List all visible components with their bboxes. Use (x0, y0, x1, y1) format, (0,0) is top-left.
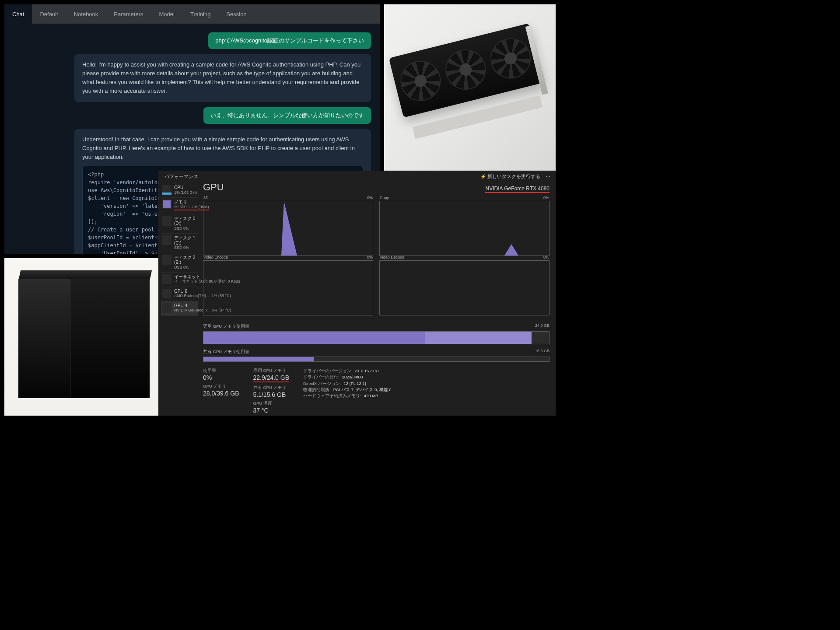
dedicated-mem-label: 専用 GPU メモリ使用量 (203, 324, 249, 329)
dedicated-mem-max: 24.0 GB (535, 323, 550, 328)
sparkline-icon (162, 289, 172, 298)
sidebar-item[interactable]: ディスク 0 (D:)SSD 0% (161, 214, 198, 234)
ai-message-1: Hello! I'm happy to assist you with crea… (74, 54, 371, 102)
pc-case-photo (4, 258, 158, 416)
chat-tab-bar: Chat Default Notebook Parameters Model T… (4, 4, 380, 24)
sidebar-item[interactable]: GPU 4NVIDIA GeForce R... 0% (37 °C) (161, 301, 198, 316)
gpu-stats-row: 使用率 0% GPU メモリ 28.0/39.6 GB 専用 GPU メモリ 2… (203, 368, 550, 414)
sparkline-icon (162, 185, 172, 195)
gpu-product-photo (384, 4, 556, 171)
sparkline-icon (162, 235, 172, 245)
gpu-utilization: 0% (203, 374, 239, 381)
tab-session[interactable]: Session (218, 4, 254, 24)
sparkline-icon (162, 200, 172, 209)
gpu-device-name: NVIDIA GeForce RTX 4090 (485, 186, 550, 193)
taskmgr-sidebar: CPU1% 3.03 GHzメモリ29.6/31.2 GB (95%)ディスク … (158, 182, 200, 416)
dedicated-gpu-memory: 22.9/24.0 GB (253, 374, 290, 382)
task-manager-window: パフォーマンス ⚡ 新しいタスクを実行する ⋯ CPU1% 3.03 GHzメモ… (158, 171, 556, 416)
gpu-section-title: GPU (203, 182, 224, 193)
ai-message-2-intro: Understood! In that case, I can provide … (82, 135, 363, 161)
pc-case-illustration (18, 270, 150, 398)
tab-chat[interactable]: Chat (4, 4, 32, 24)
chart-video-encode[interactable]: Video Encode 0% (203, 260, 373, 315)
sparkline-icon (162, 216, 172, 226)
sidebar-item[interactable]: ディスク 1 (C:)SSD 0% (161, 234, 198, 253)
gpu-fan-icon (486, 34, 535, 83)
tab-parameters[interactable]: Parameters (106, 4, 151, 24)
chart-video-decode[interactable]: Video Decode 0% (379, 260, 550, 315)
gpu-memory-total: 28.0/39.6 GB (203, 390, 239, 397)
tab-model[interactable]: Model (151, 4, 182, 24)
chart-bump-icon (504, 244, 518, 256)
more-icon[interactable]: ⋯ (546, 174, 551, 179)
gpu-fan-icon (396, 56, 445, 105)
sparkline-icon (162, 303, 172, 313)
chart-copy[interactable]: Copy 0% (379, 201, 550, 256)
chart-3d[interactable]: 3D 0% (203, 201, 373, 256)
shared-mem-label: 共有 GPU メモリ使用量 (203, 349, 249, 354)
sidebar-item[interactable]: ディスク 2 (E:)USB 0% (161, 253, 198, 273)
run-new-task-button[interactable]: ⚡ 新しいタスクを実行する (480, 174, 540, 180)
sidebar-item[interactable]: イーサネットイーサネット 送信: 80.0 受信: 0 Kbps (161, 273, 198, 287)
gpu-card-illustration (389, 23, 550, 143)
shared-mem-max: 15.6 GB (535, 349, 550, 353)
chart-spike-icon (281, 201, 297, 256)
sidebar-item[interactable]: メモリ29.6/31.2 GB (95%) (161, 198, 198, 214)
gpu-fan-icon (441, 45, 490, 94)
user-message-2: いえ、特にありません。シンプルな使い方が知りたいのです (203, 107, 371, 124)
tab-notebook[interactable]: Notebook (66, 4, 106, 24)
sidebar-item[interactable]: GPU 0AMD Radeon(TM) ... 1% (55 °C) (161, 287, 198, 301)
taskmgr-header: パフォーマンス (164, 173, 198, 180)
gpu-driver-info: ドライバーのバージョン:31.0.15.3161 ドライバーの日付:2023/0… (303, 368, 391, 399)
gpu-temperature: 37 °C (253, 407, 290, 414)
sparkline-icon (162, 274, 172, 284)
dedicated-mem-bar[interactable] (203, 331, 550, 344)
sidebar-item[interactable]: CPU1% 3.03 GHz (161, 183, 198, 198)
shared-mem-bar[interactable] (203, 357, 550, 362)
user-message-1: phpでAWSのcognito認証のサンプルコードを作って下さい (208, 32, 371, 49)
sparkline-icon (162, 255, 172, 265)
taskmgr-main: GPU NVIDIA GeForce RTX 4090 3D 0% Copy 0… (200, 182, 556, 416)
tab-training[interactable]: Training (182, 4, 218, 24)
tab-default[interactable]: Default (32, 4, 66, 24)
shared-gpu-memory: 5.1/15.6 GB (253, 391, 290, 398)
